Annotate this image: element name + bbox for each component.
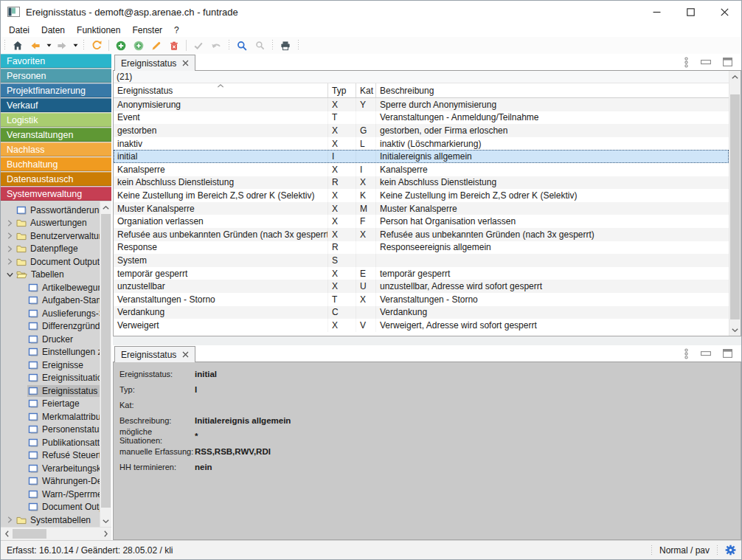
table-vertical-scrollbar[interactable] <box>729 71 741 336</box>
table-row[interactable]: Veranstaltungen - StornoTXVeranstaltunge… <box>114 293 729 306</box>
tree-item-systemtabellen[interactable]: Systemtabellen <box>1 514 111 527</box>
toolbar-forward-button[interactable] <box>53 38 71 54</box>
table-row[interactable]: EventTVeranstaltungen - Anmeldung/Teilna… <box>114 111 729 125</box>
toolbar-home-button[interactable] <box>9 38 27 54</box>
tree-item-feiertage[interactable]: Feiertage <box>1 398 111 411</box>
pane-maximize-icon[interactable] <box>723 349 732 358</box>
tree-vertical-scrollbar[interactable] <box>100 201 111 527</box>
table-row[interactable]: initialIInitialereignis allgemein <box>114 150 729 163</box>
minimize-button[interactable] <box>639 1 673 23</box>
tree-item-verarbeitungske[interactable]: Verarbeitungske <box>1 462 111 475</box>
chevron-right-icon[interactable] <box>4 258 15 265</box>
toolbar-search-off-button[interactable] <box>251 38 268 54</box>
scrollbar-thumb[interactable] <box>730 94 740 319</box>
table-row[interactable]: SystemS <box>114 254 729 267</box>
scroll-up-icon[interactable] <box>100 201 111 213</box>
horizontal-splitter[interactable] <box>113 336 741 345</box>
tree-item-ereignisse[interactable]: Ereignisse <box>1 359 111 372</box>
tree-item-auswertungen[interactable]: Auswertungen <box>1 217 111 230</box>
tree-item-benutzerverwaltun[interactable]: Benutzerverwaltun <box>1 229 111 243</box>
sidebar-section-projektfinanzierung[interactable]: Projektfinanzierung <box>1 83 111 97</box>
scroll-right-icon[interactable] <box>100 528 111 540</box>
scroll-down-icon[interactable] <box>100 515 111 527</box>
sidebar-section-nachlass[interactable]: Nachlass <box>1 142 111 156</box>
table-row[interactable]: VerweigertXVVerweigert, Adresse wird sof… <box>114 319 729 332</box>
table-row[interactable]: ResponseRResponseereignis allgemein <box>114 241 729 255</box>
pane-minimize-icon[interactable] <box>701 60 711 65</box>
tree-item-passwort-nderung[interactable]: Passwortänderung <box>1 204 111 217</box>
chevron-right-icon[interactable] <box>4 232 15 239</box>
tab-ereignisstatus-list[interactable]: Ereignisstatus <box>114 55 195 71</box>
menu-item-fenster[interactable]: Fenster <box>126 23 168 37</box>
scrollbar-thumb[interactable] <box>101 214 111 508</box>
toolbar-edit-button[interactable] <box>148 38 165 54</box>
toolbar-delete-button[interactable] <box>165 38 183 54</box>
tree-item-refus-steuerta[interactable]: Refusé Steuerta <box>1 449 111 463</box>
close-button[interactable] <box>707 1 741 23</box>
chevron-right-icon[interactable] <box>4 246 15 252</box>
chevron-down-icon[interactable] <box>4 272 15 277</box>
toolbar-undo-button[interactable] <box>207 38 225 54</box>
sidebar-section-logistik[interactable]: Logistik <box>1 113 111 127</box>
chain-icon[interactable] <box>684 348 689 359</box>
tree-item-document-output[interactable]: Document Output <box>1 255 111 269</box>
close-icon[interactable] <box>182 60 189 66</box>
sidebar-section-verkauf[interactable]: Verkauf <box>1 98 111 112</box>
scrollbar-thumb[interactable] <box>13 529 46 539</box>
tree-item-personenstatus[interactable]: Personenstatus <box>1 424 111 437</box>
tree-item-w-hrungen-det[interactable]: Währungen-Det <box>1 475 111 488</box>
toolbar-print-button[interactable] <box>277 38 294 54</box>
sidebar-section-systemverwaltung[interactable]: Systemverwaltung <box>1 187 111 201</box>
close-icon[interactable] <box>182 351 189 358</box>
tree-item-ereignissituation[interactable]: Ereignissituation <box>1 372 111 385</box>
menu-item-daten[interactable]: Daten <box>35 23 71 37</box>
scroll-left-icon[interactable] <box>1 528 13 540</box>
tree-item-datenpflege[interactable]: Datenpflege <box>1 243 111 256</box>
sidebar-section-veranstaltungen[interactable]: Veranstaltungen <box>1 128 111 142</box>
table-row[interactable]: Keine Zustellung im Bereich Z,S odrer K … <box>114 189 729 202</box>
toolbar-refresh-button[interactable] <box>88 38 105 54</box>
tree-item-publikationsattri[interactable]: Publikationsattri <box>1 436 111 449</box>
sidebar-section-buchhaltung[interactable]: Buchhaltung <box>1 157 111 171</box>
table-row[interactable]: Muster KanalsperreXMMuster Kanalsperre <box>114 202 729 215</box>
tree-item-auslieferungs-s[interactable]: Auslieferungs-S <box>1 307 111 320</box>
menu-item-funktionen[interactable]: Funktionen <box>71 23 126 37</box>
toolbar-search-button[interactable] <box>233 38 251 54</box>
pane-maximize-icon[interactable] <box>723 58 732 66</box>
tree-item-tabellen[interactable]: Tabellen <box>1 269 111 282</box>
scroll-up-icon[interactable] <box>729 71 741 83</box>
chevron-right-icon[interactable] <box>4 220 15 227</box>
table-row[interactable]: KanalsperreXIKanalsperre <box>114 163 729 176</box>
table-row[interactable]: Organiation verlassenXFPerson hat Organi… <box>114 215 729 228</box>
tab-ereignisstatus-detail[interactable]: Ereignisstatus <box>114 346 195 362</box>
table-row[interactable]: kein Abschluss DienstleistungRXkein Absc… <box>114 176 729 190</box>
sidebar-section-datenaustausch[interactable]: Datenaustausch <box>1 172 111 186</box>
scroll-down-icon[interactable] <box>729 324 741 336</box>
sidebar-section-personen[interactable]: Personen <box>1 69 111 83</box>
toolbar-back-button[interactable] <box>27 38 44 54</box>
tree-item-artikelbewegun[interactable]: Artikelbewegun <box>1 281 111 294</box>
tree-item-drucker[interactable]: Drucker <box>1 333 111 346</box>
column-header-beschreibung[interactable]: Beschreibung <box>376 83 729 97</box>
column-header-ereignisstatus[interactable]: Ereignisstatus <box>114 83 328 97</box>
toolbar-confirm-button[interactable] <box>190 38 207 54</box>
column-header-typ[interactable]: Typ <box>328 83 356 97</box>
tree-item-differenzgr-nde[interactable]: Differenzgründe <box>1 320 111 333</box>
chain-icon[interactable] <box>684 57 689 68</box>
chevron-right-icon[interactable] <box>4 516 15 523</box>
pane-minimize-icon[interactable] <box>701 351 711 356</box>
toolbar-forward-caret-button[interactable] <box>71 38 80 54</box>
column-header-kat[interactable]: Kat <box>356 83 376 97</box>
toolbar-add-button[interactable] <box>112 38 130 54</box>
table-row[interactable]: VerdankungCVerdankung <box>114 306 729 319</box>
settings-gear-icon[interactable] <box>725 545 736 556</box>
tree-item-document-outp[interactable]: Document Outp <box>1 501 111 514</box>
table-row[interactable]: unzustellbarXUunzustellbar, Adresse wird… <box>114 280 729 293</box>
toolbar-add-copy-button[interactable] <box>130 38 148 54</box>
sidebar-section-favoriten[interactable]: Favoriten <box>1 54 111 68</box>
table-row[interactable]: AnonymisierungXYSperre durch Anonymisier… <box>114 98 729 111</box>
toolbar-back-caret-button[interactable] <box>44 38 53 54</box>
table-row[interactable]: temporär gesperrtXEtemporär gesperrt <box>114 267 729 280</box>
tree-item-merkmalattribute[interactable]: Merkmalattribute <box>1 410 111 424</box>
tree-item-warn-sperrmer[interactable]: Warn-/Sperrmer <box>1 488 111 501</box>
